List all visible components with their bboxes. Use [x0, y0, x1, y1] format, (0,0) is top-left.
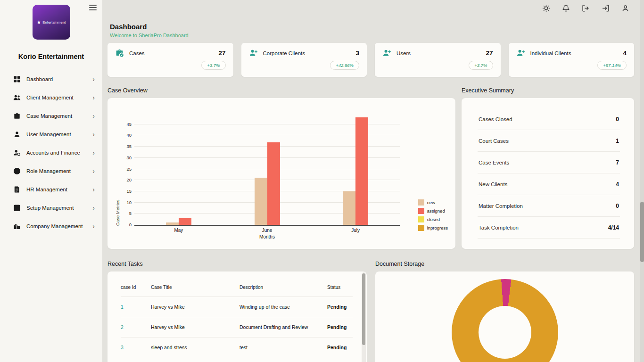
- summary-value: 0: [616, 203, 619, 209]
- stat-label: Cases: [129, 50, 218, 56]
- sidebar-item-role-management[interactable]: Role Management ›: [0, 162, 102, 180]
- table-row: 2 Harvey vs Mike Document Drafting and R…: [121, 317, 353, 337]
- summary-label: Case Events: [479, 160, 509, 165]
- document-storage-section: Document Storage: [375, 261, 634, 362]
- legend-label: closed: [427, 217, 440, 222]
- sidebar-item-label: Case Management: [26, 113, 92, 119]
- y-tick-label: 20: [121, 177, 132, 182]
- summary-label: Cases Closed: [479, 116, 512, 122]
- topbar-button-brightness[interactable]: [542, 4, 550, 12]
- stat-card-corporate-clients: Corporate Clients 3 +42.86%: [241, 43, 367, 77]
- legend-label: assigned: [427, 208, 445, 214]
- bar-assigned-may: [179, 218, 191, 225]
- stat-card-top: Individual Clients 4: [516, 49, 627, 58]
- topbar-button-profile[interactable]: [621, 4, 629, 12]
- sidebar-item-hr-management[interactable]: HR Management ›: [0, 180, 102, 198]
- menu-toggle-button[interactable]: [89, 3, 97, 12]
- page-scrollbar[interactable]: [640, 0, 644, 362]
- stat-value: 27: [486, 49, 493, 57]
- bottom-row: Recent Tasks case Id Case Title Descript…: [107, 261, 634, 362]
- person-add-icon: [249, 49, 258, 58]
- chevron-right-icon: ›: [92, 94, 95, 101]
- topbar-button-notifications[interactable]: [562, 4, 570, 12]
- case-id-link[interactable]: 2: [121, 317, 151, 337]
- company-name: Korio Entertainment: [0, 53, 102, 60]
- table-body: 1 Harvey vs Mike Winding up of the case …: [121, 296, 353, 357]
- col-header-status: Status: [327, 281, 353, 296]
- y-axis-title: Case Metrics: [115, 114, 120, 226]
- summary-row-court-cases: Court Cases 1: [478, 130, 620, 152]
- legend-swatch: [418, 216, 424, 222]
- document-icon: [13, 186, 21, 193]
- enter-icon: [602, 4, 610, 12]
- col-header-case-id: case Id: [121, 281, 151, 296]
- legend-swatch: [418, 199, 424, 206]
- bar-chart: Case Metrics Months 051015202530354045Ma…: [115, 114, 447, 226]
- topbar: [107, 0, 634, 16]
- case-id-link[interactable]: 3: [121, 337, 151, 357]
- bar-chart-plot: Months 051015202530354045MayJuneJuly: [134, 114, 400, 226]
- stat-value: 3: [355, 49, 359, 57]
- bar-group-june: [255, 142, 280, 225]
- y-tick-label: 25: [121, 166, 132, 172]
- sidebar-item-dashboard[interactable]: Dashboard ›: [0, 70, 102, 88]
- summary-label: Court Cases: [479, 138, 509, 144]
- topbar-button-logout[interactable]: [582, 4, 590, 12]
- y-tick-label: 40: [121, 132, 132, 138]
- logo-label: Entertainment: [42, 20, 66, 25]
- stat-badge-row: +3.7%: [382, 61, 493, 70]
- sidebar-item-label: User Management: [26, 132, 92, 137]
- page-scrollbar-thumb[interactable]: [640, 202, 644, 262]
- sidebar-item-company-management[interactable]: Company Management ›: [0, 217, 102, 235]
- sidebar-item-client-management[interactable]: Client Management ›: [0, 88, 102, 107]
- people-icon: [13, 94, 21, 101]
- grid-icon: [13, 75, 21, 83]
- chart-legend: newassignedclosedinprogress: [418, 199, 448, 231]
- bar-new-july: [343, 191, 355, 225]
- chevron-right-icon: ›: [92, 131, 95, 138]
- bar-group-july: [343, 117, 368, 225]
- bar-group-may: [166, 218, 191, 225]
- case-id-link[interactable]: 1: [121, 297, 151, 317]
- table-header-row: case Id Case Title Description Status: [121, 281, 353, 296]
- x-axis-title: Months: [259, 234, 275, 239]
- sidebar-item-case-management[interactable]: Case Management ›: [0, 107, 102, 125]
- summary-label: New Clients: [479, 181, 507, 187]
- table-scrollbar-thumb[interactable]: [362, 273, 365, 345]
- chevron-right-icon: ›: [92, 223, 95, 230]
- star-icon: ★: [36, 19, 41, 25]
- sidebar-item-label: HR Management: [26, 187, 92, 192]
- col-header-case-title: Case Title: [151, 281, 239, 296]
- summary-row-new-clients: New Clients 4: [478, 173, 620, 195]
- stat-badge-row: +3.7%: [115, 61, 226, 70]
- person-icon: [13, 131, 21, 138]
- middle-row: Case Overview Case Metrics Months 051015…: [107, 87, 634, 249]
- x-tick-label: May: [174, 228, 183, 233]
- sidebar-item-setup-management[interactable]: Setup Management ›: [0, 198, 102, 217]
- sidebar-item-label: Dashboard: [26, 76, 92, 82]
- stat-card-individual-clients: Individual Clients 4 +57.14%: [509, 43, 635, 77]
- chevron-right-icon: ›: [92, 168, 95, 174]
- sidebar-item-user-management[interactable]: User Management ›: [0, 125, 102, 143]
- sidebar-item-label: Client Management: [26, 95, 92, 100]
- notifications-icon: [562, 4, 570, 12]
- table-row: 3 sleep and stress test Pending: [121, 337, 353, 357]
- executive-summary-section: Executive Summary Cases Closed 0 Court C…: [462, 87, 634, 249]
- summary-row-cases-closed: Cases Closed 0: [478, 108, 620, 130]
- recent-tasks-card: case Id Case Title Description Status 1 …: [107, 272, 367, 362]
- company-logo: ★ Entertainment: [33, 5, 70, 40]
- profile-icon: [621, 4, 629, 12]
- building-icon: [13, 222, 21, 230]
- y-tick-label: 15: [121, 189, 132, 194]
- topbar-button-enter[interactable]: [602, 4, 610, 12]
- sidebar-item-accounts-and-finance[interactable]: Accounts and Finance ›: [0, 143, 102, 162]
- page-subtitle: Welcome to SheriaPro Dashboard: [110, 33, 632, 38]
- case-title-cell: Harvey vs Mike: [151, 297, 239, 317]
- bar-assigned-july: [355, 117, 368, 225]
- table-scrollbar[interactable]: [362, 272, 366, 362]
- sidebar-item-label: Setup Management: [26, 205, 92, 211]
- y-tick-label: 45: [121, 122, 132, 127]
- stat-badge: +42.86%: [330, 61, 359, 70]
- main-content: Dashboard Welcome to SheriaPro Dashboard…: [102, 0, 644, 362]
- stat-card-top: Cases 27: [115, 49, 226, 58]
